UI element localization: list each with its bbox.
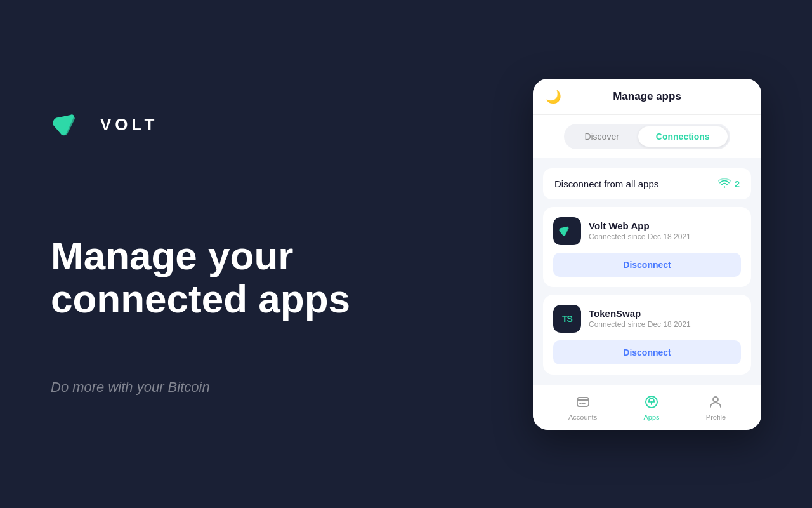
volt-app-since: Connected since Dec 18 2021	[589, 232, 691, 241]
disconnect-volt-button[interactable]: Disconnect	[553, 253, 741, 277]
volt-logo-icon	[51, 112, 91, 138]
left-panel: VOLT Manage your connected apps Do more …	[0, 62, 533, 446]
apps-nav-label: Apps	[643, 413, 659, 421]
card-content: Disconnect from all apps 2	[533, 158, 761, 385]
app-info-tokenswap: TS TokenSwap Connected since Dec 18 2021	[553, 305, 741, 333]
connection-count-badge: 2	[718, 178, 740, 189]
accounts-icon	[574, 393, 592, 411]
profile-nav-label: Profile	[706, 413, 726, 421]
volt-app-logo	[553, 217, 581, 245]
accounts-nav-label: Accounts	[568, 413, 597, 421]
disconnect-all-bar: Disconnect from all apps 2	[543, 168, 751, 199]
tab-bar: Discover Connections	[533, 115, 761, 158]
svg-point-3	[713, 397, 718, 402]
tokenswap-app-details: TokenSwap Connected since Dec 18 2021	[589, 308, 691, 329]
app-item-volt: Volt Web App Connected since Dec 18 2021…	[543, 207, 751, 287]
svg-point-2	[650, 401, 653, 403]
hero-title: Manage your connected apps	[51, 234, 482, 321]
hero-subtitle: Do more with your Bitcoin	[51, 379, 482, 396]
apps-icon	[643, 393, 660, 411]
brand-name: VOLT	[100, 115, 158, 135]
wifi-icon	[718, 178, 731, 189]
right-panel: 🌙 Manage apps Discover Connections Disco…	[533, 79, 774, 430]
volt-app-name: Volt Web App	[589, 220, 691, 231]
nav-item-accounts[interactable]: Accounts	[568, 393, 597, 421]
logo-container: VOLT	[51, 112, 482, 138]
tab-connections[interactable]: Connections	[638, 126, 728, 147]
moon-icon[interactable]: 🌙	[546, 89, 561, 104]
app-item-tokenswap: TS TokenSwap Connected since Dec 18 2021…	[543, 295, 751, 375]
nav-item-apps[interactable]: Apps	[643, 393, 660, 421]
card-title: Manage apps	[613, 90, 681, 103]
svg-rect-0	[577, 398, 589, 406]
disconnect-tokenswap-button[interactable]: Disconnect	[553, 340, 741, 364]
nav-item-profile[interactable]: Profile	[706, 393, 726, 421]
tokenswap-app-since: Connected since Dec 18 2021	[589, 320, 691, 329]
card-header: 🌙 Manage apps	[533, 79, 761, 115]
tokenswap-app-logo: TS	[553, 305, 581, 333]
connection-count: 2	[735, 178, 740, 189]
profile-icon	[707, 393, 724, 411]
tab-group: Discover Connections	[564, 124, 730, 149]
app-info-volt: Volt Web App Connected since Dec 18 2021	[553, 217, 741, 245]
tokenswap-app-name: TokenSwap	[589, 308, 691, 319]
disconnect-all-label: Disconnect from all apps	[554, 178, 658, 189]
app-card: 🌙 Manage apps Discover Connections Disco…	[533, 79, 761, 430]
tab-discover[interactable]: Discover	[566, 126, 636, 147]
volt-app-details: Volt Web App Connected since Dec 18 2021	[589, 220, 691, 241]
bottom-nav: Accounts Apps	[533, 385, 761, 430]
